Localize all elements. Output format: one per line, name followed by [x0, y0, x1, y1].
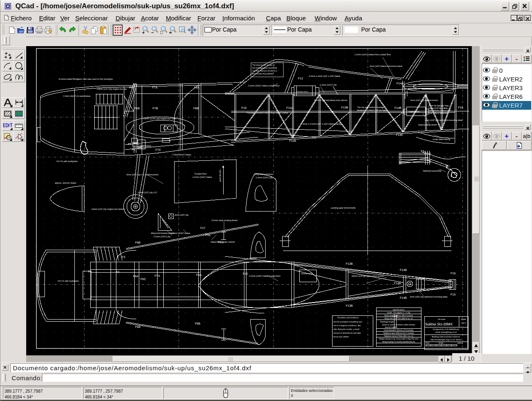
svg-text:C.G. range: C.G. range — [163, 140, 171, 141]
svg-text:F7B: F7B — [153, 107, 158, 110]
svg-text:F10: F10 — [243, 273, 248, 276]
svg-text:1.5mm (1/16") ply: 1.5mm (1/16") ply — [320, 84, 337, 86]
svg-text:F13B: F13B — [341, 106, 348, 109]
svg-text:Scale: Scale — [438, 342, 443, 344]
svg-text:F15: F15 — [218, 241, 223, 244]
svg-text:longerons 6.5mm (1/4"sq) balsa: longerons 6.5mm (1/4"sq) balsa — [357, 109, 387, 112]
svg-text:F14B: F14B — [400, 297, 407, 300]
svg-text:Specifications: Specifications — [393, 309, 405, 311]
svg-text:The top and bottom fuselage: The top and bottom fuselage — [357, 106, 384, 109]
svg-text:F6B: F6B — [134, 107, 140, 110]
svg-text:2.5mm (3/32") balsa: 2.5mm (3/32") balsa — [192, 176, 212, 179]
svg-text:Tailplane area 8.75dm (85.1 sq: Tailplane area 8.75dm (85.1 sq. in) — [384, 335, 414, 337]
svg-text:F8B: F8B — [195, 322, 200, 325]
svg-text:F4: F4 — [128, 143, 131, 146]
svg-text:Fuselage sheeted with 2.5mm (3: Fuselage sheeted with 2.5mm (3/32") bals… — [246, 112, 288, 114]
svg-text:F3: F3 — [122, 256, 125, 259]
svg-text:after flying the model, a smal: after flying the model, a small — [333, 328, 359, 331]
svg-text:F1: F1 — [88, 271, 91, 273]
svg-text:Wing span 1485mm (58.4 inches): Wing span 1485mm (58.4 inches) — [384, 315, 413, 317]
svg-text:4.5mm wing locating dowel: 4.5mm wing locating dowel — [212, 219, 237, 222]
svg-text:3mm (1/8") ply tailwheel mount: 3mm (1/8") ply tailwheel mounting plate — [425, 119, 463, 122]
svg-text:F8A: F8A — [196, 274, 202, 277]
svg-text:elevator servo: elevator servo — [301, 273, 313, 275]
svg-text:3mm (1/8") ply: 3mm (1/8") ply — [175, 214, 189, 216]
svg-text:approx. spinner shape: approx. spinner shape — [55, 182, 76, 185]
svg-text:1.5mm (1/16") ply: 1.5mm (1/16") ply — [256, 177, 273, 179]
svg-text:F5: F5 — [132, 148, 135, 151]
svg-text:set to 0 degrees incidence. Bu: set to 0 degrees incidence. But — [333, 325, 361, 327]
svg-text:the prototype was handmade: the prototype was handmade — [252, 67, 277, 69]
svg-text:Thrustline and incidence.: Thrustline and incidence. — [337, 317, 359, 319]
svg-text:15mm (1/16") ply engine box si: 15mm (1/16") ply engine box sides — [143, 118, 177, 120]
svg-text:2.5mm (3/32") balsa cockpit fl: 2.5mm (3/32") balsa cockpit floor — [248, 85, 280, 87]
svg-text:email: edorp@ihug.co.nz: email: edorp@ihug.co.nz — [436, 331, 457, 333]
svg-text:F11B: F11B — [289, 140, 296, 143]
svg-text:Cockpit floor,: Cockpit floor, — [195, 173, 207, 175]
svg-text:F7C: F7C — [155, 149, 161, 152]
svg-text:1 of 4: 1 of 4 — [461, 322, 466, 324]
svg-text:Building notes & photos online: Building notes & photos online at: — [432, 336, 460, 338]
svg-text:grain direction: grain direction — [219, 170, 221, 182]
svg-text:amount of downthrust and right: amount of downthrust and right — [333, 332, 361, 335]
svg-text:d3mm (1/4"sq) balsa cross piec: d3mm (1/4"sq) balsa cross pieces — [352, 275, 384, 278]
svg-text:F13B: F13B — [346, 305, 353, 308]
svg-text:scrap balsa fairing: scrap balsa fairing — [433, 138, 450, 141]
svg-text:Pin P1 with toothpicks: Pin P1 with toothpicks — [58, 280, 79, 283]
svg-text:F15: F15 — [451, 272, 456, 275]
svg-text:and then vacuum formed at a: and then vacuum formed at a — [252, 70, 277, 72]
svg-text:Wing fairing formers: Wing fairing formers — [254, 173, 273, 176]
svg-text:http://homepages.ihug.co.nz/~e: http://homepages.ihug.co.nz/~edorp/ — [431, 339, 462, 341]
svg-text:F6A: F6A — [133, 275, 138, 278]
svg-text:Wing loading 74.4oz/sq (28.65o: Wing loading 74.4oz/sq (28.65oz/sq.ft) — [382, 341, 415, 343]
svg-text:(1/8") ply is flattened: (1/8") ply is flattened — [429, 112, 448, 115]
svg-text:F12: F12 — [298, 77, 303, 80]
svg-text:Sukhoi SU-26MX: Sukhoi SU-26MX — [425, 322, 453, 326]
svg-text:6.5mm (1/4"sq) balsa cross pie: 6.5mm (1/4"sq) balsa cross pieces — [314, 99, 347, 102]
svg-text:F11A: F11A — [286, 107, 293, 110]
svg-text:F14A: F14A — [397, 82, 404, 85]
svg-text:13mm (1/2") ply engine box top: 13mm (1/2") ply engine box top — [97, 88, 127, 91]
svg-text:Elevator servo: Elevator servo — [296, 91, 308, 93]
svg-text:F6C: F6C — [138, 146, 143, 149]
svg-text:F14C: F14C — [396, 134, 403, 137]
svg-text:(back of cowl to 1234mm (48.6: (back of cowl to 1234mm (48.6 inches) — [382, 324, 415, 326]
svg-text:local hobby shop (Wisel): local hobby shop (Wisel) — [252, 73, 273, 75]
svg-text:1/9 scale: 1/9 scale — [438, 318, 446, 320]
svg-text:Wing bolt bracket pieces: Wing bolt bracket pieces — [151, 232, 175, 235]
svg-text:13mm (1/2") ply U.C.: 13mm (1/2") ply U.C. — [138, 192, 158, 194]
svg-text:Tailplane span 552mm (21.7 inc: Tailplane span 552mm (21.7 inches) — [383, 332, 414, 334]
svg-text:Tailwheel assembly.: Tailwheel assembly. — [423, 170, 442, 172]
svg-text:F15: F15 — [451, 293, 456, 296]
svg-text:Landing gear former/weld.: Landing gear former/weld. — [331, 207, 356, 209]
svg-text:Sheet: Sheet — [461, 318, 466, 320]
svg-text:F6C: F6C — [140, 278, 146, 281]
svg-text:F13B: F13B — [346, 263, 353, 266]
svg-text:3mm (1/8") balsa instrument pa: 3mm (1/8") balsa instrument panel — [369, 65, 402, 68]
svg-text:F14B: F14B — [394, 107, 401, 110]
svg-text:400mm: 400mm — [457, 342, 463, 344]
svg-text:3mm (1/8") ply U.C reinforceme: 3mm (1/8") ply U.C reinforcement — [126, 174, 159, 176]
svg-text:2.5mm (3/32") balsa cockpit fl: 2.5mm (3/32") balsa cockpit floor — [249, 275, 281, 278]
svg-text:Scale- 1:9 (approx 1 : 5.15): Scale- 1:9 (approx 1 : 5.15) — [387, 312, 410, 314]
svg-text:F7A: F7A — [152, 86, 158, 89]
svg-text:F8B: F8B — [193, 107, 199, 110]
svg-text:F8A: F8A — [194, 86, 200, 89]
svg-text:Weight (ready to fly minus fue: Weight (ready to fly minus fuel) 3.1kg (… — [379, 338, 419, 340]
svg-text:7.5mm (3/16") tri-stock balsa: 7.5mm (3/16") tri-stock balsa — [63, 95, 90, 98]
svg-text:F14A: F14A — [394, 282, 401, 285]
svg-text:Pin P1 with toothpicks: Pin P1 with toothpicks — [57, 160, 78, 163]
svg-text:3mm x 6.5mm (1/8" x 1/4") bals: 3mm x 6.5mm (1/8" x 1/4") balsa bracing — [303, 123, 342, 125]
svg-text:F14B: F14B — [400, 269, 407, 272]
svg-text:F15: F15 — [458, 106, 463, 109]
svg-text:F2: F2 — [116, 271, 119, 274]
svg-text:end of rudder): end of rudder) — [385, 326, 397, 328]
svg-text:F16: F16 — [205, 234, 210, 237]
svg-text:The plug for the canopy on: The plug for the canopy on — [252, 64, 275, 66]
svg-text:F7A: F7A — [155, 275, 160, 278]
svg-text:3mm (1/8") ply tailwheel mount: 3mm (1/8") ply tailwheel mounting plate — [410, 296, 448, 298]
svg-text:F17: F17 — [200, 227, 205, 230]
svg-text:5mm (1/4") ply reinforcement: 5mm (1/4") ply reinforcement — [410, 99, 438, 102]
svg-text:0mm: 0mm — [426, 342, 430, 344]
svg-text:Fuselage length: Fuselage length — [380, 321, 394, 323]
